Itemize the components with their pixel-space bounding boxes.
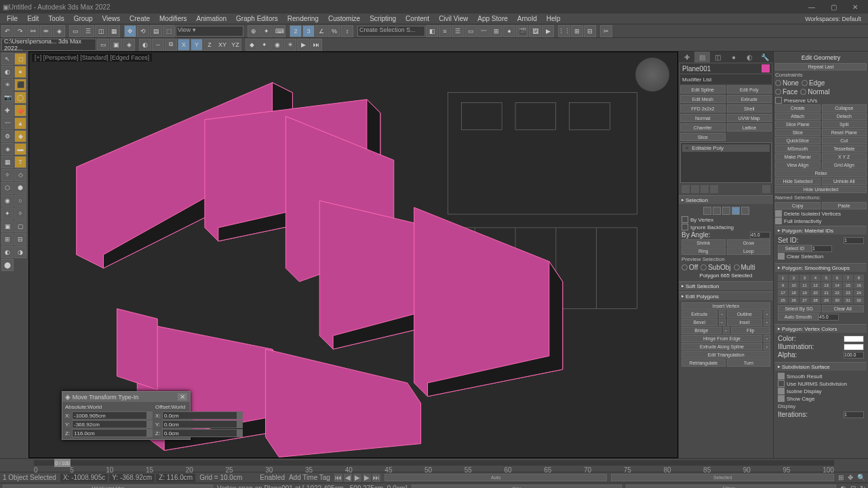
subobj-polygon-icon[interactable] — [732, 207, 740, 215]
abs-z-input[interactable] — [72, 429, 147, 437]
render-button[interactable]: ▶ — [542, 25, 554, 37]
manip-button[interactable]: ✦ — [260, 25, 273, 37]
stack-editable-poly[interactable]: ◾ Editable Poly — [682, 144, 770, 152]
hinge-settings-button[interactable]: ▫ — [764, 335, 770, 342]
menu-customize[interactable]: Customize — [324, 15, 364, 22]
stack-remove-icon[interactable] — [710, 185, 718, 193]
make-planar-button[interactable]: Make Planar — [775, 153, 821, 161]
smoothing-rollout[interactable]: Polygon: Smoothing Groups — [775, 264, 867, 272]
set-id-input[interactable] — [844, 237, 864, 244]
create-button[interactable]: Create — [775, 104, 821, 112]
menu-scripting[interactable]: Scripting — [366, 15, 400, 22]
percent-snap-button[interactable]: % — [328, 25, 340, 37]
select-button[interactable]: ▭ — [69, 25, 81, 37]
mod-edit-poly-button[interactable]: Edit Poly — [727, 85, 772, 94]
view-align-button[interactable]: View Align — [775, 161, 821, 169]
stack-config-icon[interactable] — [762, 185, 770, 193]
angle-snap-button[interactable]: ∠ — [315, 25, 328, 37]
insert-vertex-button[interactable]: Insert Vertex — [682, 302, 770, 310]
spinner-snap-button[interactable]: ↕ — [341, 25, 353, 37]
light-icon[interactable]: ☀ — [1, 79, 14, 91]
scissor-icon[interactable]: ✂ — [600, 25, 612, 37]
misc5-icon[interactable]: ◉ — [1, 195, 14, 207]
primitive-geo-icon[interactable]: ◆ — [14, 130, 26, 142]
pivot-button[interactable]: ⊕ — [248, 25, 260, 37]
constraint-edge-radio[interactable]: Edge — [802, 79, 825, 87]
vc-illum-swatch[interactable] — [844, 344, 864, 350]
vc-alpha-input[interactable] — [844, 352, 864, 359]
coord-z[interactable]: Z: 116.0cm — [156, 474, 195, 482]
subdiv-rollout[interactable]: Subdivision Surface — [775, 363, 867, 371]
ribbon-misc1-icon[interactable]: ◆ — [245, 39, 258, 51]
extrude-button[interactable]: Extrude — [682, 310, 717, 318]
repeat-last-button[interactable]: Repeat Last — [775, 63, 867, 70]
xyz-button[interactable]: X Y Z — [822, 153, 867, 161]
unhide-all-button[interactable]: Unhide All — [822, 178, 867, 185]
tab-utilities[interactable]: 🔧 — [757, 52, 773, 62]
inset-settings-button[interactable]: ▫ — [764, 319, 770, 326]
ring-button[interactable]: Ring — [682, 247, 726, 255]
misc9b-icon[interactable]: ◑ — [14, 246, 26, 258]
inset-button[interactable]: Inset — [727, 319, 763, 326]
grid3-icon[interactable]: ⊟ — [584, 25, 596, 37]
play-start-button[interactable]: ⏮ — [334, 474, 342, 482]
menu-arnold[interactable]: Arnold — [513, 15, 541, 22]
smoothing-group-grid[interactable]: 12345678 910111213141516 171819202122232… — [778, 274, 864, 304]
helper-icon[interactable]: ✚ — [1, 104, 14, 117]
primitive-sphere-icon[interactable]: ● — [14, 66, 26, 78]
placement-button[interactable]: ⬚ — [163, 25, 175, 37]
edit-polygons-rollout[interactable]: Edit Polygons — [679, 292, 773, 300]
auto-smooth-input[interactable] — [818, 314, 839, 321]
mod-shell-button[interactable]: Shell — [727, 104, 772, 113]
select-id-input[interactable] — [812, 245, 832, 252]
viewport[interactable]: [+] [Perspective] [Standard] [Edged Face… — [28, 52, 678, 458]
ribbon-clone-icon[interactable]: ⧉ — [165, 39, 177, 51]
auto-key-button[interactable]: Auto — [384, 474, 608, 481]
menu-help[interactable]: Help — [542, 15, 565, 22]
vertex-colors-rollout[interactable]: Polygon: Vertex Colors — [775, 325, 867, 333]
slice-plane-button[interactable]: Slice Plane — [775, 121, 821, 128]
ribbon-button[interactable]: ▭ — [465, 25, 477, 37]
abs-y-input[interactable] — [72, 420, 147, 428]
mod-chamfer-button[interactable]: Chamfer — [680, 123, 726, 131]
render-setup-button[interactable]: 🎬 — [516, 25, 528, 37]
misc6-icon[interactable]: ✦ — [1, 207, 14, 220]
preview-multi-radio[interactable]: Multi — [734, 264, 755, 271]
primitive-teapot-icon[interactable]: 🫖 — [14, 104, 26, 117]
play-prev-button[interactable]: ◀ — [344, 474, 352, 482]
misc9-icon[interactable]: ◐ — [1, 246, 14, 258]
extrude-spline-settings-button[interactable]: ▫ — [764, 343, 770, 350]
snap2-button[interactable]: 2 — [290, 25, 302, 37]
menu-views[interactable]: Views — [98, 15, 125, 22]
del-iso-check[interactable]: Delete Isolated Vertices — [775, 210, 867, 217]
nav5-icon[interactable]: ⊡ — [850, 485, 856, 488]
ignore-backfacing-check[interactable]: Ignore Backfacing — [682, 224, 770, 230]
key-filters-button[interactable]: Filters... — [626, 485, 836, 488]
sys-icon[interactable]: ⚙ — [1, 130, 14, 142]
paste-button[interactable]: Paste — [822, 202, 867, 209]
layer-button[interactable]: ☰ — [452, 25, 464, 37]
show-cage-check[interactable]: Show Cage — [778, 395, 864, 402]
stack-pin-icon[interactable] — [682, 185, 690, 193]
bevel-settings-button[interactable]: ▫ — [719, 319, 726, 326]
misc4-icon[interactable]: ⬡ — [1, 182, 14, 194]
loop-button[interactable]: Loop — [727, 247, 771, 255]
cam-icon[interactable]: 📷 — [1, 92, 14, 104]
schematic-button[interactable]: ⊞ — [490, 25, 502, 37]
snap3-button[interactable]: 3 — [302, 25, 315, 37]
mirror-button[interactable]: ◧ — [426, 25, 438, 37]
selection-set-dropdown[interactable]: Create Selection S... — [357, 26, 425, 37]
retri-button[interactable]: Retriangulate — [682, 359, 726, 367]
menu-create[interactable]: Create — [125, 15, 154, 22]
clear-all-button[interactable]: Clear All — [822, 305, 865, 312]
grow-button[interactable]: Grow — [727, 239, 771, 247]
mod-lattice-button[interactable]: Lattice — [727, 123, 772, 131]
menu-edit[interactable]: Edit — [23, 15, 43, 22]
align-button[interactable]: ≡ — [439, 25, 451, 37]
ribbon-misc3-icon[interactable]: ◉ — [271, 39, 283, 51]
menu-group[interactable]: Group — [70, 15, 97, 22]
move-button[interactable]: ✥ — [124, 25, 136, 37]
flip-button[interactable]: Flip — [731, 327, 771, 334]
close-button[interactable]: ✕ — [845, 1, 865, 12]
menu-file[interactable]: File — [3, 15, 22, 22]
